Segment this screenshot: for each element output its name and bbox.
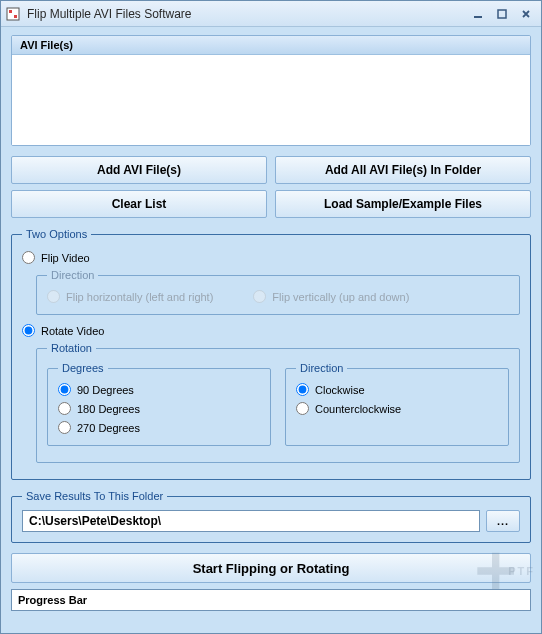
- progress-label: Progress Bar: [18, 594, 87, 606]
- deg-270-radio[interactable]: [58, 421, 71, 434]
- counterclockwise-radio[interactable]: [296, 402, 309, 415]
- start-button[interactable]: Start Flipping or Rotating: [11, 553, 531, 583]
- rotate-direction-legend: Direction: [296, 362, 347, 374]
- two-options-legend: Two Options: [22, 228, 91, 240]
- svg-rect-2: [498, 10, 506, 18]
- load-sample-button[interactable]: Load Sample/Example Files: [275, 190, 531, 218]
- rotate-video-label[interactable]: Rotate Video: [41, 325, 104, 337]
- flip-vertical-row: Flip vertically (up and down): [253, 287, 409, 306]
- flip-direction-group: Direction Flip horizontally (left and ri…: [36, 269, 520, 315]
- deg-90-row[interactable]: 90 Degrees: [58, 380, 260, 399]
- minimize-button[interactable]: [467, 5, 489, 23]
- flip-vertical-radio: [253, 290, 266, 303]
- clockwise-radio[interactable]: [296, 383, 309, 396]
- add-files-button[interactable]: Add AVI File(s): [11, 156, 267, 184]
- save-path-input[interactable]: [22, 510, 480, 532]
- flip-video-radio[interactable]: [22, 251, 35, 264]
- progress-bar: Progress Bar: [11, 589, 531, 611]
- counterclockwise-label[interactable]: Counterclockwise: [315, 403, 401, 415]
- deg-180-label[interactable]: 180 Degrees: [77, 403, 140, 415]
- deg-180-row[interactable]: 180 Degrees: [58, 399, 260, 418]
- close-button[interactable]: [515, 5, 537, 23]
- app-icon: [5, 6, 21, 22]
- flip-vertical-label: Flip vertically (up and down): [272, 291, 409, 303]
- add-folder-button[interactable]: Add All AVI File(s) In Folder: [275, 156, 531, 184]
- flip-video-label[interactable]: Flip Video: [41, 252, 90, 264]
- flip-direction-legend: Direction: [47, 269, 98, 281]
- rotation-legend: Rotation: [47, 342, 96, 354]
- rotation-group: Rotation Degrees 90 Degrees 180 Degrees: [36, 342, 520, 463]
- svg-rect-0: [7, 8, 19, 20]
- deg-180-radio[interactable]: [58, 402, 71, 415]
- window-title: Flip Multiple AVI Files Software: [27, 7, 465, 21]
- browse-button[interactable]: ...: [486, 510, 520, 532]
- button-row-2: Clear List Load Sample/Example Files: [11, 190, 531, 218]
- deg-270-label[interactable]: 270 Degrees: [77, 422, 140, 434]
- flip-horizontal-row: Flip horizontally (left and right): [47, 287, 213, 306]
- clockwise-label[interactable]: Clockwise: [315, 384, 365, 396]
- deg-90-label[interactable]: 90 Degrees: [77, 384, 134, 396]
- clear-list-button[interactable]: Clear List: [11, 190, 267, 218]
- two-options-group: Two Options Flip Video Direction Flip ho…: [11, 228, 531, 480]
- rotate-video-radio-row[interactable]: Rotate Video: [22, 321, 520, 340]
- content-area: AVI File(s) Add AVI File(s) Add All AVI …: [1, 27, 541, 619]
- save-folder-group: Save Results To This Folder ...: [11, 490, 531, 543]
- button-row-1: Add AVI File(s) Add All AVI File(s) In F…: [11, 156, 531, 184]
- clockwise-row[interactable]: Clockwise: [296, 380, 498, 399]
- rotate-direction-group: Direction Clockwise Counterclockwise: [285, 362, 509, 446]
- titlebar: Flip Multiple AVI Files Software: [1, 1, 541, 27]
- flip-video-radio-row[interactable]: Flip Video: [22, 248, 520, 267]
- degrees-group: Degrees 90 Degrees 180 Degrees 270 Degre…: [47, 362, 271, 446]
- file-list-panel: AVI File(s): [11, 35, 531, 146]
- deg-90-radio[interactable]: [58, 383, 71, 396]
- counterclockwise-row[interactable]: Counterclockwise: [296, 399, 498, 418]
- file-list-header: AVI File(s): [12, 36, 530, 55]
- degrees-legend: Degrees: [58, 362, 108, 374]
- deg-270-row[interactable]: 270 Degrees: [58, 418, 260, 437]
- flip-horizontal-label: Flip horizontally (left and right): [66, 291, 213, 303]
- maximize-button[interactable]: [491, 5, 513, 23]
- app-window: Flip Multiple AVI Files Software AVI Fil…: [0, 0, 542, 634]
- save-folder-legend: Save Results To This Folder: [22, 490, 167, 502]
- file-list[interactable]: [12, 55, 530, 145]
- rotate-video-radio[interactable]: [22, 324, 35, 337]
- flip-horizontal-radio: [47, 290, 60, 303]
